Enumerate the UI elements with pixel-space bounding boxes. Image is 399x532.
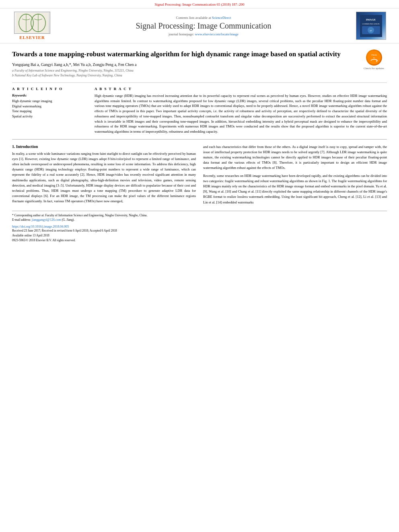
two-col-section: A R T I C L E I N F O Keywords: High dyn… <box>12 82 387 134</box>
check-for-updates: Check for Check for updates <box>361 49 387 70</box>
received-info: Received 23 June 2017; Received in revis… <box>12 228 387 243</box>
top-bar: Signal Processing: Image Communication 6… <box>0 0 399 8</box>
keyword-3: Tone mapping <box>12 109 86 114</box>
abstract-text: High dynamic range (HDR) imaging has rec… <box>95 93 387 134</box>
affiliation-b: b National Key Lab of Software New Techn… <box>12 74 357 77</box>
svg-text:IMAGE: IMAGE <box>366 18 376 21</box>
check-updates-icon: Check for <box>366 49 382 66</box>
intro-right-text-2: Recently, some researches on HDR image w… <box>203 173 387 205</box>
journal-header: ELSEVIER Contents lists available at Sci… <box>0 8 399 43</box>
doi-link[interactable]: https://doi.org/10.1016/j.image.2018.04.… <box>12 225 69 228</box>
header-left: ELSEVIER <box>8 12 56 40</box>
section-1-name: Introduction <box>16 144 38 149</box>
paper-title: Towards a tone mapping-robust watermarki… <box>12 49 357 59</box>
article-info-heading: A R T I C L E I N F O <box>12 87 86 91</box>
body-right-col: and each has characteristics that differ… <box>203 144 387 207</box>
keyword-1: High dynamic range imaging <box>12 99 86 104</box>
sciencedirect-link[interactable]: ScienceDirect <box>212 16 231 20</box>
corresponding-author: * Corresponding author at: Faculty of In… <box>12 213 387 218</box>
svg-text:SP: SP <box>370 30 372 32</box>
abstract-heading: A B S T R A C T <box>95 87 387 91</box>
body-left-col: 1. Introduction In reality, a scene with… <box>12 144 196 207</box>
journal-citation: Signal Processing: Image Communication 6… <box>155 2 245 6</box>
intro-left-text: In reality, a scene with wide luminance … <box>12 151 196 204</box>
email-line: E-mail address: jianggangyi@126.com (G. … <box>12 218 387 222</box>
keyword-2: Digital watermarking <box>12 104 86 109</box>
divider <box>12 139 387 140</box>
homepage-link[interactable]: www.elsevier.com/locate/image <box>195 32 239 36</box>
check-updates-label: Check for updates <box>364 67 384 70</box>
paper-container: Towards a tone mapping-robust watermarki… <box>0 43 399 251</box>
paper-title-text: Towards a tone mapping-robust watermarki… <box>12 49 357 78</box>
sciencedirect-label: Contents lists available at ScienceDirec… <box>56 16 351 20</box>
email-link[interactable]: jianggangyi@126.com <box>32 218 61 222</box>
svg-text:COMMUNICATION: COMMUNICATION <box>362 23 379 25</box>
abstract-col: A B S T R A C T High dynamic range (HDR)… <box>95 87 387 134</box>
section-1-title: 1. Introduction <box>12 144 196 149</box>
keywords-label: Keywords: <box>12 93 86 97</box>
article-info-col: A R T I C L E I N F O Keywords: High dyn… <box>12 87 86 134</box>
journal-title: Signal Processing: Image Communication <box>56 21 351 31</box>
elsevier-name-label: ELSEVIER <box>19 35 45 40</box>
body-two-col: 1. Introduction In reality, a scene with… <box>12 144 387 207</box>
intro-right-text-1: and each has characteristics that differ… <box>203 144 387 171</box>
journal-logo-box: IMAGE COMMUNICATION SP <box>356 12 386 40</box>
header-right: IMAGE COMMUNICATION SP <box>351 12 391 40</box>
svg-rect-0 <box>16 13 48 33</box>
svg-text:Check: Check <box>371 54 377 56</box>
keyword-4: Spatial activity <box>12 114 86 119</box>
paper-title-section: Towards a tone mapping-robust watermarki… <box>12 49 387 78</box>
homepage-label: journal homepage: www.elsevier.com/locat… <box>56 32 351 36</box>
authors: Yongqiang Bai a, Gangyi Jiang a,b,*, Mei… <box>12 62 357 67</box>
header-center: Contents lists available at ScienceDirec… <box>56 16 351 36</box>
affiliation-a: a Faculty of Information Science and Eng… <box>12 69 357 72</box>
footnote-divider <box>12 211 387 211</box>
elsevier-logo: ELSEVIER <box>8 12 56 40</box>
elsevier-image <box>14 12 50 34</box>
svg-text:for: for <box>373 57 375 59</box>
